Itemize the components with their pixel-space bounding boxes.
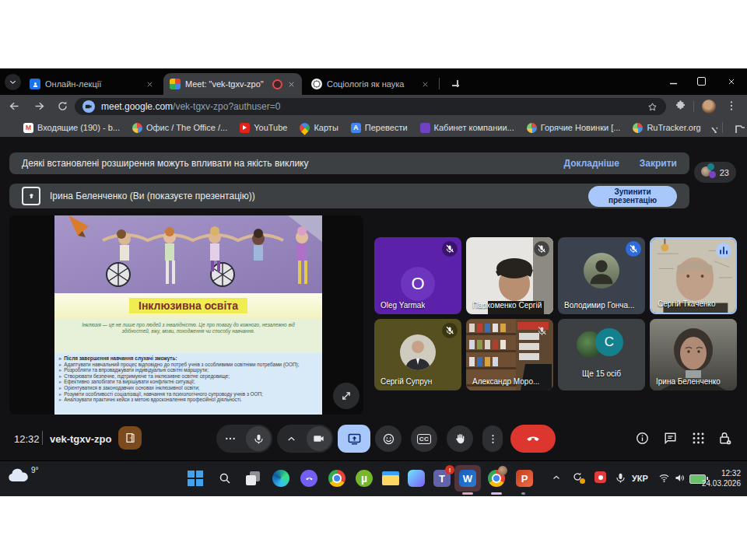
participant-tile-iryna-self[interactable]: Ірина Беленченко	[650, 319, 737, 390]
waiting-room-door-button[interactable]	[118, 426, 142, 450]
close-icon[interactable]	[287, 80, 296, 89]
powerpoint-icon[interactable]: P	[514, 468, 535, 488]
door-icon	[124, 432, 136, 444]
browser-menu-icon[interactable]	[725, 100, 738, 112]
more-options-button[interactable]	[482, 425, 503, 452]
participant-name: Пархоменко Сергій	[472, 301, 542, 310]
mic-control-pill[interactable]	[216, 425, 272, 453]
close-icon[interactable]	[421, 80, 430, 89]
activities-grid-button[interactable]	[691, 431, 706, 446]
participant-tile-oleg-yarmak[interactable]: O Oleg Yarmak	[374, 237, 461, 314]
extension-warning-banner: Деякі встановлені розширення можуть впли…	[9, 152, 689, 174]
photo-avatar	[400, 334, 436, 370]
participant-tile-aleksandr[interactable]: Александр Моро...	[466, 319, 553, 390]
mic-options-icon[interactable]	[216, 425, 244, 453]
expand-icon	[339, 389, 353, 403]
reactions-button[interactable]	[375, 425, 402, 452]
tab-title: Онлайн-лекції	[45, 79, 141, 89]
tab-online-lectures[interactable]: Онлайн-лекції	[23, 73, 160, 95]
details-link[interactable]: Докладніше	[563, 158, 619, 169]
edge-icon[interactable]	[271, 468, 291, 488]
present-screen-button-active[interactable]	[338, 425, 370, 453]
window-maximize-button[interactable]	[695, 75, 708, 88]
new-tab-button[interactable]	[448, 76, 459, 87]
all-bookmarks-button[interactable]: Все закладки	[734, 122, 747, 133]
bookmark-star-icon[interactable]	[647, 101, 658, 113]
tray-recorder-icon[interactable]	[594, 471, 606, 483]
wifi-icon[interactable]	[658, 472, 670, 484]
expand-presentation-button[interactable]	[333, 383, 359, 409]
meeting-info-button[interactable]	[635, 431, 650, 446]
extensions-puzzle-icon[interactable]	[675, 100, 686, 111]
slide-bullet: ▸Розуміти особливості соціалізації, навч…	[59, 391, 316, 397]
chat-button[interactable]	[663, 431, 678, 446]
copilot-icon[interactable]	[406, 468, 426, 488]
bookmarks-overflow-icon[interactable]	[707, 123, 717, 133]
tray-sync-icon[interactable]	[571, 471, 584, 483]
weather-widget[interactable]: 9°	[6, 466, 39, 485]
tab-sociology[interactable]: Соціологія як наука	[305, 73, 436, 95]
participant-tile-volodymyr[interactable]: Володимир Гонча...	[558, 237, 645, 314]
chrome-icon[interactable]	[327, 468, 347, 488]
task-view-button[interactable]	[243, 468, 263, 488]
close-icon[interactable]	[146, 80, 154, 89]
call-end-icon	[525, 431, 541, 446]
end-call-button[interactable]	[510, 425, 556, 453]
start-button[interactable]	[185, 468, 205, 488]
back-icon[interactable]	[8, 100, 21, 113]
viber-icon[interactable]	[299, 468, 319, 488]
tile-more-participants[interactable]: C Ще 15 осіб	[558, 319, 645, 390]
tray-show-hidden-icon[interactable]	[551, 472, 562, 483]
tray-mic-icon[interactable]	[615, 472, 626, 484]
participant-tile-tkachenko-speaking[interactable]: Сергій Ткаченко	[650, 237, 737, 314]
profile-avatar[interactable]	[702, 100, 716, 114]
bookmark-translate[interactable]: AПеревести	[351, 123, 408, 133]
window-minimize-button[interactable]	[665, 75, 679, 88]
bookmark-gmail[interactable]: MВходящие (190) - b...	[23, 123, 120, 133]
reload-icon[interactable]	[56, 100, 69, 113]
mic-button[interactable]	[246, 426, 271, 451]
teams-icon[interactable]: T !	[432, 468, 452, 488]
presentation-tile[interactable]: Інклюзивна освіта Інклюзія — це не лише …	[9, 215, 363, 415]
hot-news-icon	[527, 123, 537, 133]
camera-icon	[313, 432, 325, 445]
photo-avatar	[584, 253, 619, 289]
camera-options-icon[interactable]	[277, 425, 305, 453]
camera-control-pill[interactable]	[277, 425, 333, 453]
camera-button[interactable]	[307, 426, 331, 451]
language-indicator[interactable]: УКР	[632, 474, 648, 483]
chrome-profile-icon[interactable]	[486, 468, 507, 488]
tab-meet-active[interactable]: Meet: "vek-tgxv-zpo"	[163, 73, 302, 95]
tab-search-button[interactable]	[5, 74, 21, 90]
tray-clock[interactable]: 12:32 24.03.2026	[702, 468, 741, 488]
address-bar[interactable]: meet.google.com/vek-tgxv-zpo?authuser=0	[75, 98, 666, 115]
meet-site-icon	[82, 100, 95, 113]
browser-tab-strip: Онлайн-лекції Meet: "vek-tgxv-zpo" Соціо…	[0, 68, 747, 95]
window-close-button[interactable]	[724, 75, 738, 88]
captions-button[interactable]: CC	[411, 425, 437, 452]
host-controls-lock-button[interactable]	[717, 431, 732, 446]
raise-hand-button[interactable]	[447, 425, 473, 452]
bookmark-office[interactable]: Офис / The Office /...	[132, 123, 227, 133]
bookmark-maps[interactable]: Карты	[300, 123, 338, 133]
volume-icon[interactable]	[674, 472, 686, 484]
close-notice-link[interactable]: Закрити	[640, 158, 677, 169]
stop-presentation-button[interactable]: Зупинити презентацію	[588, 186, 677, 207]
forward-icon[interactable]	[33, 100, 46, 113]
participant-tile-parkhomenko[interactable]: Пархоменко Сергій	[466, 237, 553, 314]
utorrent-icon[interactable]: µ	[354, 468, 374, 488]
file-explorer-icon[interactable]	[381, 468, 401, 488]
participant-tile-suprun[interactable]: Сергій Супрун	[374, 319, 461, 390]
bookmark-youtube[interactable]: YouTube	[240, 123, 287, 133]
weather-temp: 9°	[31, 466, 39, 474]
taskbar-search-button[interactable]	[215, 468, 235, 488]
bookmark-rutracker[interactable]: RuTracker.org	[633, 123, 700, 133]
mic-muted-icon	[442, 241, 458, 257]
word-active-underline	[462, 492, 473, 495]
word-icon[interactable]: W	[458, 468, 478, 488]
chrome-avatar-badge	[498, 466, 507, 475]
bookmark-cabinet[interactable]: Кабинет компании...	[420, 123, 514, 133]
rutracker-icon	[633, 123, 643, 133]
participant-count-pill[interactable]: 23	[694, 162, 736, 183]
bookmark-hot-news[interactable]: Горячие Новинки [...	[527, 123, 621, 133]
